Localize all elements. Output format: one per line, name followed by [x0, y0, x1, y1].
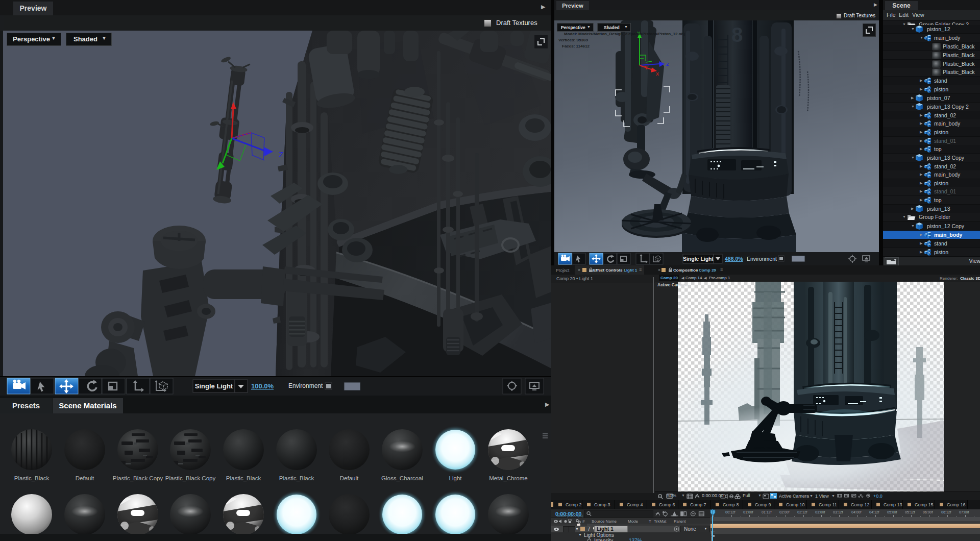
svg-text:Gloss_Charcoal: Gloss_Charcoal [381, 475, 423, 481]
svg-text:Environment: Environment [747, 256, 777, 262]
svg-text:486.0%: 486.0% [725, 256, 743, 262]
svg-text:Single Light: Single Light [683, 256, 714, 262]
svg-text:Z: Z [279, 150, 283, 159]
svg-text:Environment: Environment [288, 382, 323, 389]
svg-text:Light: Light [449, 475, 462, 481]
svg-text:Faces: 114612: Faces: 114612 [562, 44, 590, 48]
svg-text:8: 8 [731, 23, 743, 46]
svg-text:Default: Default [76, 475, 94, 481]
svg-text:X: X [656, 71, 659, 77]
svg-text:100.0%: 100.0% [251, 382, 274, 390]
svg-text:Plastic_Black: Plastic_Black [279, 475, 314, 481]
svg-text:Z: Z [666, 62, 669, 67]
svg-text:Metal_Chrome: Metal_Chrome [489, 475, 527, 481]
svg-text:Default: Default [340, 475, 359, 481]
svg-text:Single Light: Single Light [195, 382, 233, 390]
svg-text:Vertices: 95369: Vertices: 95369 [558, 38, 588, 42]
svg-text:Plastic_Black Copy: Plastic_Black Copy [165, 475, 216, 481]
svg-text:Plastic_Black: Plastic_Black [14, 475, 50, 481]
svg-text:Plastic_Black: Plastic_Black [226, 475, 261, 481]
svg-text:Model: Models/Motion_Design_2: Model: Models/Motion_Design_2.epack>Pist… [564, 32, 685, 36]
svg-text:Plastic_Black Copy: Plastic_Black Copy [113, 475, 163, 481]
